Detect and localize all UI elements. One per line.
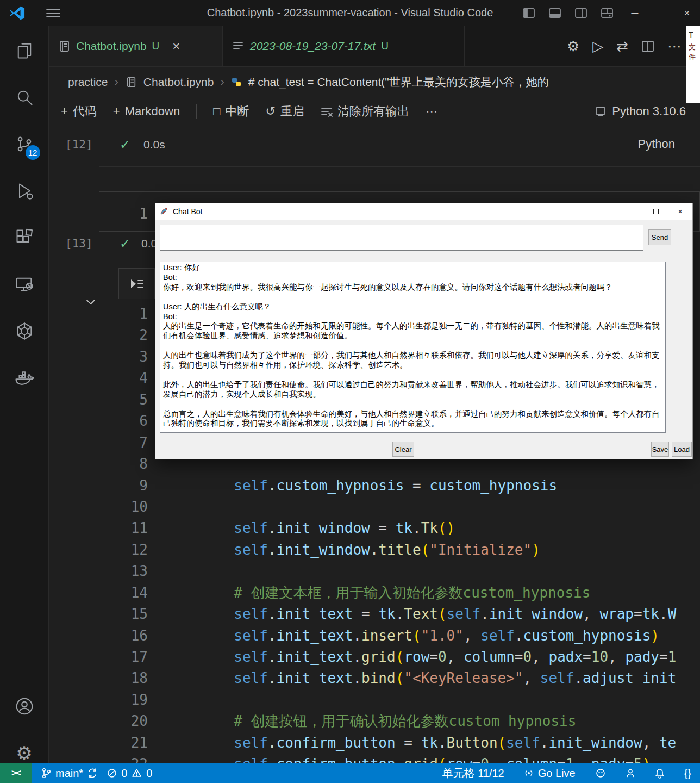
code-line[interactable]: 13 <box>49 561 700 582</box>
breadcrumb-symbol[interactable]: # chat_test = ChatContent("世界上最美的女孩是小谷，她… <box>248 74 549 90</box>
chat-transcript[interactable]: User: 你好Bot: 你好，欢迎来到我的世界。我很高兴能与你一起探讨生与死的… <box>160 262 666 433</box>
copilot-icon[interactable] <box>595 768 606 779</box>
tab-close-icon[interactable]: × <box>172 39 180 54</box>
line-number: 18 <box>49 668 148 689</box>
cell12-duration: 0.0s <box>143 138 165 151</box>
notifications-bell-icon[interactable] <box>655 768 665 779</box>
notebook-cell-indicator[interactable]: 单元格 11/12 <box>442 766 504 781</box>
code-line[interactable]: 18 self.init_text.bind("<KeyRelease>", s… <box>49 668 700 689</box>
tab-txt-file[interactable]: 2023-08-19_23-07-17.txt U <box>223 26 465 66</box>
vscode-logo-icon <box>9 5 25 21</box>
search-icon[interactable] <box>14 87 35 108</box>
code-line[interactable]: 15 self.init_text = tk.Text(self.init_wi… <box>49 604 700 625</box>
scm-badge: 12 <box>26 145 40 160</box>
split-editor-icon[interactable] <box>641 40 654 52</box>
settings-gear-icon[interactable]: ⚙ <box>14 743 35 763</box>
tab-chatbot-ipynb[interactable]: Chatbot.ipynb U × <box>49 26 223 66</box>
toggle-primary-sidebar-icon[interactable] <box>523 8 535 18</box>
extensions-icon[interactable] <box>14 227 35 248</box>
live-server-icon[interactable] <box>14 274 35 295</box>
code-line[interactable]: 11 self.init_window = tk.Tk() <box>49 518 700 539</box>
errors-icon <box>107 768 117 778</box>
docker-icon[interactable] <box>14 368 35 388</box>
add-markdown-cell-button[interactable]: + Markdown <box>113 104 180 119</box>
braces-icon[interactable]: {} <box>684 767 691 780</box>
minimize-button[interactable]: ─ <box>622 0 648 26</box>
code-line[interactable]: 21 self.confirm_button = tk.Button(self.… <box>49 732 700 754</box>
feedback-person-icon[interactable] <box>626 768 635 778</box>
notebook-settings-gear-icon[interactable]: ⚙ <box>567 38 579 55</box>
account-icon[interactable] <box>14 696 35 717</box>
code-line[interactable]: 19 <box>49 689 700 711</box>
breadcrumb-file[interactable]: Chatbot.ipynb <box>143 76 214 89</box>
toggle-secondary-sidebar-icon[interactable] <box>575 8 587 18</box>
source-control-icon[interactable]: 12 <box>14 134 35 154</box>
code-line[interactable]: 9 self.custom_hypnosis = custom_hypnosis <box>49 475 700 496</box>
code-line[interactable]: 12 self.init_window.title("Initialize") <box>49 539 700 561</box>
code-line[interactable]: 14 # 创建文本框，用于输入初始化参数custom_hypnosis <box>49 582 700 604</box>
line-number: 11 <box>49 518 148 539</box>
clear-button[interactable]: Clear <box>392 442 414 457</box>
chatbot-minimize-button[interactable]: ─ <box>619 203 643 220</box>
chatbot-titlebar[interactable]: Chat Bot ─ × <box>155 203 692 220</box>
line-number: 12 <box>49 539 148 561</box>
titlebar: Chatbot.ipynb - 2023summer-vacation - Vi… <box>0 0 700 26</box>
tab-bar: Chatbot.ipynb U × 2023-08-19_23-07-17.tx… <box>49 26 700 67</box>
go-live-button[interactable]: Go Live <box>524 767 576 780</box>
line-number: 15 <box>49 604 148 625</box>
line-number: 9 <box>49 475 148 496</box>
code-line[interactable]: 20 # 创建按钮，用于确认初始化参数custom_hypnosis <box>49 711 700 732</box>
editor-actions: ⚙ ▷ ⇄ ⋯ <box>567 26 700 66</box>
run-all-icon[interactable]: ▷ <box>592 38 603 55</box>
code-line[interactable]: 10 <box>49 496 700 518</box>
remote-indicator[interactable]: >< <box>0 763 32 783</box>
tk-feather-icon <box>160 207 168 216</box>
line-number: 21 <box>49 732 148 754</box>
maximize-button[interactable] <box>648 0 674 26</box>
more-actions-icon[interactable]: ⋯ <box>667 38 682 55</box>
popup-text[interactable]: 文件 <box>689 42 698 62</box>
explorer-icon[interactable] <box>14 40 35 61</box>
compare-changes-icon[interactable]: ⇄ <box>616 38 628 55</box>
code-line[interactable]: 22 self.confirm_button.grid(row=0, colum… <box>49 754 700 763</box>
stop-square-icon: □ <box>213 104 220 119</box>
menu-hamburger-icon[interactable] <box>46 8 61 18</box>
line-number: 1 <box>49 303 148 325</box>
chat-input[interactable] <box>160 225 643 251</box>
kernel-icon <box>595 105 607 117</box>
chatbot-window-title: Chat Bot <box>173 207 202 216</box>
restart-button[interactable]: ↺ 重启 <box>266 103 304 120</box>
line-number: 6 <box>49 411 148 432</box>
tab-label: Chatbot.ipynb <box>76 40 147 53</box>
line-number: 17 <box>49 647 148 668</box>
toggle-panel-icon[interactable] <box>549 8 561 18</box>
transcript-line <box>163 341 662 351</box>
problems-status[interactable]: 0 0 <box>107 767 152 780</box>
cell-toolbar-button[interactable] <box>118 268 155 299</box>
chatbot-close-button[interactable]: × <box>668 203 692 220</box>
notebook-file-icon <box>58 40 71 53</box>
customize-layout-icon[interactable] <box>601 8 613 18</box>
code-line[interactable]: 16 self.init_text.insert("1.0", self.cus… <box>49 625 700 647</box>
interrupt-button[interactable]: □ 中断 <box>213 103 249 120</box>
kernel-picker[interactable]: Python 3.10.6 <box>595 104 686 119</box>
run-debug-icon[interactable] <box>14 181 35 201</box>
toolbar-divider <box>196 104 197 119</box>
toolbar-more-icon[interactable]: ⋯ <box>426 104 438 119</box>
save-button[interactable]: Save <box>651 442 669 457</box>
load-button[interactable]: Load <box>672 442 692 457</box>
send-button[interactable]: Send <box>648 229 671 245</box>
window-controls: ─ × <box>622 0 700 26</box>
breadcrumb-folder[interactable]: practice <box>68 76 108 89</box>
openai-extension-icon[interactable] <box>14 321 35 341</box>
cell12-language-picker[interactable]: Python <box>638 137 676 151</box>
code-line[interactable]: 17 self.init_text.grid(row=0, column=0, … <box>49 647 700 668</box>
add-code-cell-button[interactable]: + 代码 <box>61 103 97 120</box>
clear-all-outputs-button[interactable]: 清除所有输出 <box>321 103 409 120</box>
close-button[interactable]: × <box>674 0 700 26</box>
git-branch-status[interactable]: main* <box>41 767 97 780</box>
layout-controls <box>523 8 613 18</box>
restart-icon: ↺ <box>266 104 276 119</box>
cell12-success-check-icon: ✓ <box>120 137 130 152</box>
chatbot-maximize-button[interactable] <box>643 203 668 220</box>
